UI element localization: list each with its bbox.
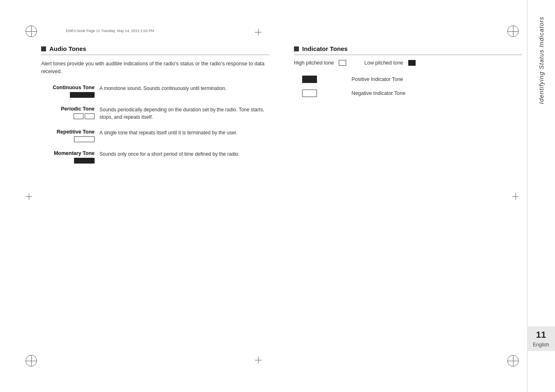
tone-label-repetitive: Repetitive Tone [41,129,95,142]
cross-mid-left [25,193,32,200]
tone-name-periodic: Periodic Tone [41,106,95,112]
positive-indicator-row: Positive Indicator Tone [294,76,522,83]
page-number: 11 [527,330,555,340]
outline-block-1 [74,113,83,119]
solid-block-narrow [74,158,95,164]
solid-block-wide [70,92,95,98]
page-number-area: 11 English [527,326,555,351]
audio-tones-intro: Alert tones provide you with audible ind… [41,60,269,76]
tone-visual-continuous [41,92,95,98]
heading-square-icon [41,46,46,51]
main-content: EMEA.book Page 11 Tuesday, May 14, 2013 … [41,29,522,359]
tone-visual-periodic [41,113,95,119]
indicator-tones-heading: Indicator Tones [294,45,522,55]
low-pitched-visual [408,60,416,66]
negative-indicator-row: Negative Indicator Tone [294,90,522,97]
tone-desc-repetitive: A single tone that repeats itself until … [99,129,269,136]
page: Identifying Status Indicators 11 English… [0,0,555,392]
high-pitched-block: High pitched tone [294,60,346,66]
tone-name-momentary: Momentary Tone [41,150,95,156]
tone-label-continuous: Continuous Tone [41,85,95,98]
tone-entry-momentary: Momentary Tone Sounds only once for a sh… [41,150,269,164]
outline-block-2 [85,113,95,119]
tone-visual-momentary [41,158,95,164]
positive-solid-block [302,76,317,83]
sidebar-title: Identifying Status Indicators [538,16,545,104]
outline-block-rep [74,136,95,142]
tone-entry-repetitive: Repetitive Tone A single tone that repea… [41,129,269,142]
tone-entry-periodic: Periodic Tone Sounds periodically depend… [41,106,269,121]
positive-visual-area [302,76,335,83]
positive-tone-label: Positive Indicator Tone [352,76,403,82]
pitched-tone-row: High pitched tone Low pitched tone [294,60,522,66]
indicator-tones-title: Indicator Tones [302,45,348,52]
corner-decoration-tl [25,25,37,37]
language-label: English [527,342,555,348]
heading-square-icon-right [294,46,299,51]
low-pitched-label: Low pitched tone [364,60,403,66]
tone-entry-continuous: Continuous Tone A monotone sound. Sounds… [41,85,269,98]
tone-desc-periodic: Sounds periodically depending on the dur… [99,106,269,121]
audio-tones-title: Audio Tones [49,45,86,52]
tone-desc-momentary: Sounds only once for a short period of t… [99,150,269,158]
tone-label-periodic: Periodic Tone [41,106,95,119]
tone-label-momentary: Momentary Tone [41,150,95,164]
tone-name-continuous: Continuous Tone [41,85,95,90]
low-pitched-block: Low pitched tone [364,60,416,66]
high-pitched-visual [339,60,346,66]
tone-desc-continuous: A monotone sound. Sounds continuously un… [99,85,269,92]
tone-visual-repetitive [41,136,95,142]
right-column: Indicator Tones High pitched tone Low pi… [294,45,522,172]
negative-tone-label: Negative Indicator Tone [352,90,405,96]
tone-name-repetitive: Repetitive Tone [41,129,95,135]
negative-outline-block [302,90,317,97]
negative-visual-area [302,90,335,97]
header-file: EMEA.book Page 11 Tuesday, May 14, 2013 … [66,29,522,33]
high-pitched-label: High pitched tone [294,60,334,66]
two-column-layout: Audio Tones Alert tones provide you with… [41,45,522,172]
right-sidebar: Identifying Status Indicators 11 English [527,0,555,392]
audio-tones-heading: Audio Tones [41,45,269,55]
left-column: Audio Tones Alert tones provide you with… [41,45,269,172]
corner-decoration-bl [25,355,37,367]
